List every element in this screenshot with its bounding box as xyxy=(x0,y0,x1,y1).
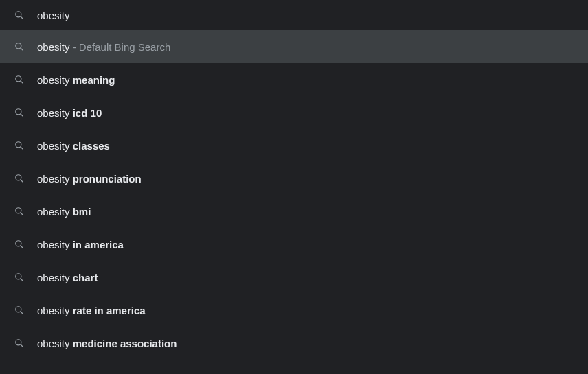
suggestion-item[interactable]: obesity medicine association xyxy=(0,327,588,360)
search-input[interactable] xyxy=(37,10,574,21)
suggestion-item[interactable]: obesity rate in america xyxy=(0,294,588,327)
svg-point-16 xyxy=(16,274,21,279)
search-icon xyxy=(14,305,25,316)
suggestion-text: obesity rate in america xyxy=(37,305,146,316)
svg-line-1 xyxy=(21,16,23,19)
suggestion-default[interactable]: obesity - Default Bing Search xyxy=(0,30,588,63)
suggestion-item[interactable]: obesity in america xyxy=(0,228,588,261)
search-icon xyxy=(14,107,25,118)
suggestion-item[interactable]: obesity chart xyxy=(0,261,588,294)
suggestion-text: obesity bmi xyxy=(37,206,91,218)
search-icon xyxy=(14,239,25,250)
svg-point-2 xyxy=(16,43,21,49)
svg-line-9 xyxy=(21,147,23,150)
search-icon xyxy=(14,140,25,151)
suggestion-item[interactable]: obesity bmi xyxy=(0,195,588,228)
svg-point-14 xyxy=(16,241,21,246)
svg-line-3 xyxy=(21,48,23,51)
svg-line-7 xyxy=(21,114,23,117)
svg-line-15 xyxy=(21,246,23,248)
suggestion-item[interactable]: obesity classes xyxy=(0,129,588,162)
search-icon xyxy=(14,41,25,52)
suggestion-text: obesity pronunciation xyxy=(37,173,142,185)
suggestion-text: obesity medicine association xyxy=(37,338,177,349)
search-icon xyxy=(14,173,25,184)
suggestion-text: obesity icd 10 xyxy=(37,107,102,119)
suggestion-text: obesity meaning xyxy=(37,74,115,86)
suggestion-text: obesity chart xyxy=(37,272,98,283)
svg-point-18 xyxy=(16,307,21,312)
search-icon xyxy=(14,74,25,85)
svg-point-4 xyxy=(16,76,21,82)
search-icon xyxy=(14,272,25,283)
svg-line-19 xyxy=(21,312,23,314)
search-icon xyxy=(14,338,25,349)
suggestion-item[interactable]: obesity meaning xyxy=(0,63,588,96)
svg-point-0 xyxy=(16,12,21,17)
suggestion-item[interactable]: obesity icd 10 xyxy=(0,96,588,129)
svg-point-20 xyxy=(16,340,21,345)
suggestion-item[interactable]: obesity pronunciation xyxy=(0,162,588,195)
search-icon xyxy=(14,10,25,21)
svg-line-21 xyxy=(21,344,23,347)
svg-line-13 xyxy=(21,213,23,215)
svg-point-6 xyxy=(16,109,21,115)
svg-point-12 xyxy=(16,208,21,213)
search-icon xyxy=(14,206,25,217)
svg-line-5 xyxy=(21,81,23,84)
suggestion-text: obesity in america xyxy=(37,239,124,250)
svg-line-11 xyxy=(21,180,23,183)
suggestions-list: obesity - Default Bing Search obesity me… xyxy=(0,30,588,360)
svg-point-10 xyxy=(16,175,21,180)
svg-line-17 xyxy=(21,279,23,281)
suggestion-text: obesity - Default Bing Search xyxy=(37,41,170,53)
search-bar xyxy=(0,0,588,30)
svg-point-8 xyxy=(16,142,21,148)
suggestion-text: obesity classes xyxy=(37,140,110,152)
